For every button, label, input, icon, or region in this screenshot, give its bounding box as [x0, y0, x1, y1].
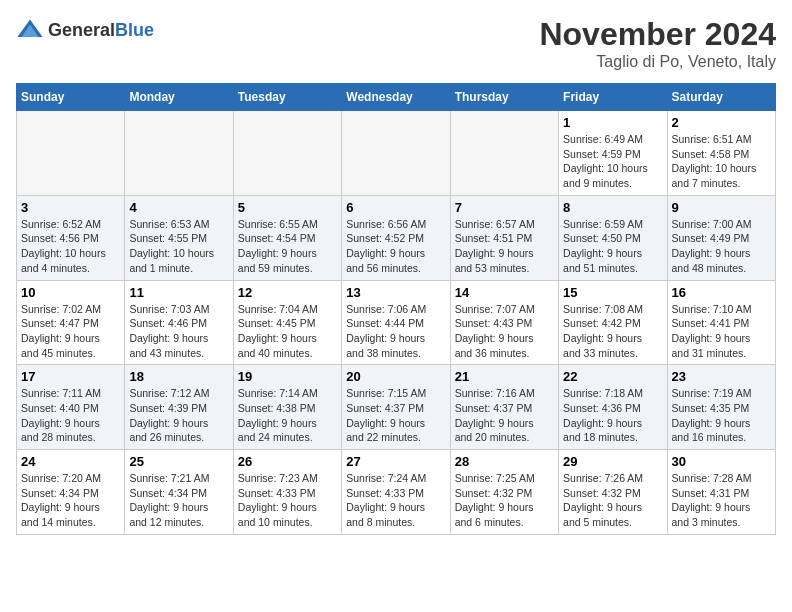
day-info: Sunrise: 7:26 AM Sunset: 4:32 PM Dayligh…: [563, 471, 662, 530]
weekday-header-monday: Monday: [125, 84, 233, 111]
calendar-cell: 2Sunrise: 6:51 AM Sunset: 4:58 PM Daylig…: [667, 111, 775, 196]
day-number: 2: [672, 115, 771, 130]
calendar-cell: 15Sunrise: 7:08 AM Sunset: 4:42 PM Dayli…: [559, 280, 667, 365]
day-info: Sunrise: 6:57 AM Sunset: 4:51 PM Dayligh…: [455, 217, 554, 276]
calendar-cell: 8Sunrise: 6:59 AM Sunset: 4:50 PM Daylig…: [559, 195, 667, 280]
day-info: Sunrise: 7:25 AM Sunset: 4:32 PM Dayligh…: [455, 471, 554, 530]
day-info: Sunrise: 7:19 AM Sunset: 4:35 PM Dayligh…: [672, 386, 771, 445]
day-info: Sunrise: 7:04 AM Sunset: 4:45 PM Dayligh…: [238, 302, 337, 361]
day-number: 19: [238, 369, 337, 384]
day-number: 20: [346, 369, 445, 384]
day-number: 7: [455, 200, 554, 215]
calendar-cell: 7Sunrise: 6:57 AM Sunset: 4:51 PM Daylig…: [450, 195, 558, 280]
day-number: 29: [563, 454, 662, 469]
day-info: Sunrise: 7:24 AM Sunset: 4:33 PM Dayligh…: [346, 471, 445, 530]
week-row-4: 24Sunrise: 7:20 AM Sunset: 4:34 PM Dayli…: [17, 450, 776, 535]
logo: GeneralBlue: [16, 16, 154, 44]
day-number: 8: [563, 200, 662, 215]
week-row-0: 1Sunrise: 6:49 AM Sunset: 4:59 PM Daylig…: [17, 111, 776, 196]
calendar-cell: 25Sunrise: 7:21 AM Sunset: 4:34 PM Dayli…: [125, 450, 233, 535]
day-number: 4: [129, 200, 228, 215]
day-info: Sunrise: 7:03 AM Sunset: 4:46 PM Dayligh…: [129, 302, 228, 361]
calendar-cell: 30Sunrise: 7:28 AM Sunset: 4:31 PM Dayli…: [667, 450, 775, 535]
week-row-1: 3Sunrise: 6:52 AM Sunset: 4:56 PM Daylig…: [17, 195, 776, 280]
calendar-cell: 14Sunrise: 7:07 AM Sunset: 4:43 PM Dayli…: [450, 280, 558, 365]
day-info: Sunrise: 7:10 AM Sunset: 4:41 PM Dayligh…: [672, 302, 771, 361]
calendar-cell: 18Sunrise: 7:12 AM Sunset: 4:39 PM Dayli…: [125, 365, 233, 450]
calendar-cell: 20Sunrise: 7:15 AM Sunset: 4:37 PM Dayli…: [342, 365, 450, 450]
day-info: Sunrise: 6:49 AM Sunset: 4:59 PM Dayligh…: [563, 132, 662, 191]
logo-icon: [16, 16, 44, 44]
day-number: 26: [238, 454, 337, 469]
day-info: Sunrise: 7:12 AM Sunset: 4:39 PM Dayligh…: [129, 386, 228, 445]
day-number: 22: [563, 369, 662, 384]
calendar-cell: 5Sunrise: 6:55 AM Sunset: 4:54 PM Daylig…: [233, 195, 341, 280]
calendar-cell: 23Sunrise: 7:19 AM Sunset: 4:35 PM Dayli…: [667, 365, 775, 450]
calendar-cell: 1Sunrise: 6:49 AM Sunset: 4:59 PM Daylig…: [559, 111, 667, 196]
day-number: 11: [129, 285, 228, 300]
calendar-cell: 13Sunrise: 7:06 AM Sunset: 4:44 PM Dayli…: [342, 280, 450, 365]
day-number: 10: [21, 285, 120, 300]
day-info: Sunrise: 6:52 AM Sunset: 4:56 PM Dayligh…: [21, 217, 120, 276]
day-info: Sunrise: 7:18 AM Sunset: 4:36 PM Dayligh…: [563, 386, 662, 445]
day-number: 13: [346, 285, 445, 300]
day-info: Sunrise: 6:55 AM Sunset: 4:54 PM Dayligh…: [238, 217, 337, 276]
calendar-cell: 29Sunrise: 7:26 AM Sunset: 4:32 PM Dayli…: [559, 450, 667, 535]
logo-blue: Blue: [115, 20, 154, 40]
calendar-cell: 28Sunrise: 7:25 AM Sunset: 4:32 PM Dayli…: [450, 450, 558, 535]
day-info: Sunrise: 7:02 AM Sunset: 4:47 PM Dayligh…: [21, 302, 120, 361]
day-info: Sunrise: 7:00 AM Sunset: 4:49 PM Dayligh…: [672, 217, 771, 276]
weekday-header-row: SundayMondayTuesdayWednesdayThursdayFrid…: [17, 84, 776, 111]
day-number: 3: [21, 200, 120, 215]
day-number: 17: [21, 369, 120, 384]
location-title: Taglio di Po, Veneto, Italy: [539, 53, 776, 71]
calendar-cell: [233, 111, 341, 196]
day-info: Sunrise: 7:23 AM Sunset: 4:33 PM Dayligh…: [238, 471, 337, 530]
day-number: 18: [129, 369, 228, 384]
calendar-cell: 19Sunrise: 7:14 AM Sunset: 4:38 PM Dayli…: [233, 365, 341, 450]
logo-general: General: [48, 20, 115, 40]
calendar-cell: [17, 111, 125, 196]
day-info: Sunrise: 7:08 AM Sunset: 4:42 PM Dayligh…: [563, 302, 662, 361]
week-row-3: 17Sunrise: 7:11 AM Sunset: 4:40 PM Dayli…: [17, 365, 776, 450]
day-number: 15: [563, 285, 662, 300]
calendar-cell: 16Sunrise: 7:10 AM Sunset: 4:41 PM Dayli…: [667, 280, 775, 365]
calendar-cell: 9Sunrise: 7:00 AM Sunset: 4:49 PM Daylig…: [667, 195, 775, 280]
calendar-cell: 22Sunrise: 7:18 AM Sunset: 4:36 PM Dayli…: [559, 365, 667, 450]
weekday-header-thursday: Thursday: [450, 84, 558, 111]
logo-text: GeneralBlue: [48, 20, 154, 41]
day-number: 9: [672, 200, 771, 215]
day-info: Sunrise: 7:11 AM Sunset: 4:40 PM Dayligh…: [21, 386, 120, 445]
weekday-header-wednesday: Wednesday: [342, 84, 450, 111]
calendar-cell: 21Sunrise: 7:16 AM Sunset: 4:37 PM Dayli…: [450, 365, 558, 450]
header: GeneralBlue November 2024 Taglio di Po, …: [16, 16, 776, 71]
day-number: 27: [346, 454, 445, 469]
day-info: Sunrise: 7:28 AM Sunset: 4:31 PM Dayligh…: [672, 471, 771, 530]
day-number: 24: [21, 454, 120, 469]
day-number: 12: [238, 285, 337, 300]
day-info: Sunrise: 7:06 AM Sunset: 4:44 PM Dayligh…: [346, 302, 445, 361]
day-info: Sunrise: 6:56 AM Sunset: 4:52 PM Dayligh…: [346, 217, 445, 276]
day-info: Sunrise: 6:51 AM Sunset: 4:58 PM Dayligh…: [672, 132, 771, 191]
calendar-cell: [450, 111, 558, 196]
week-row-2: 10Sunrise: 7:02 AM Sunset: 4:47 PM Dayli…: [17, 280, 776, 365]
weekday-header-tuesday: Tuesday: [233, 84, 341, 111]
calendar-cell: 27Sunrise: 7:24 AM Sunset: 4:33 PM Dayli…: [342, 450, 450, 535]
calendar-cell: 10Sunrise: 7:02 AM Sunset: 4:47 PM Dayli…: [17, 280, 125, 365]
calendar-cell: 12Sunrise: 7:04 AM Sunset: 4:45 PM Dayli…: [233, 280, 341, 365]
day-info: Sunrise: 7:16 AM Sunset: 4:37 PM Dayligh…: [455, 386, 554, 445]
day-info: Sunrise: 7:15 AM Sunset: 4:37 PM Dayligh…: [346, 386, 445, 445]
calendar-cell: 24Sunrise: 7:20 AM Sunset: 4:34 PM Dayli…: [17, 450, 125, 535]
day-number: 30: [672, 454, 771, 469]
day-info: Sunrise: 7:21 AM Sunset: 4:34 PM Dayligh…: [129, 471, 228, 530]
weekday-header-friday: Friday: [559, 84, 667, 111]
calendar-cell: 6Sunrise: 6:56 AM Sunset: 4:52 PM Daylig…: [342, 195, 450, 280]
calendar-table: SundayMondayTuesdayWednesdayThursdayFrid…: [16, 83, 776, 535]
day-info: Sunrise: 6:59 AM Sunset: 4:50 PM Dayligh…: [563, 217, 662, 276]
day-number: 16: [672, 285, 771, 300]
calendar-cell: 3Sunrise: 6:52 AM Sunset: 4:56 PM Daylig…: [17, 195, 125, 280]
calendar-cell: 11Sunrise: 7:03 AM Sunset: 4:46 PM Dayli…: [125, 280, 233, 365]
day-info: Sunrise: 6:53 AM Sunset: 4:55 PM Dayligh…: [129, 217, 228, 276]
calendar-cell: [125, 111, 233, 196]
day-number: 21: [455, 369, 554, 384]
